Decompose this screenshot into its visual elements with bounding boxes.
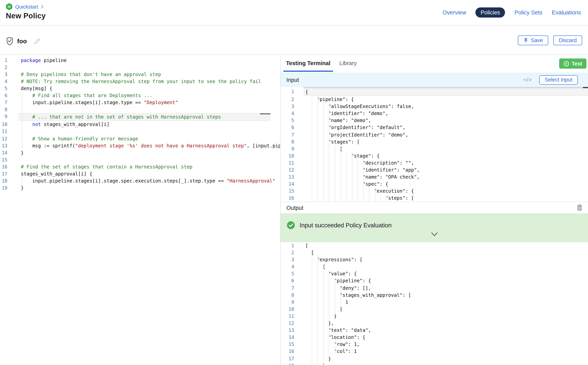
test-button[interactable]: Test bbox=[559, 58, 587, 69]
code-line: 6 # Find all stages that are Deployments… bbox=[0, 92, 280, 99]
evaluation-success-banner: Input succeeded Policy Evaluation bbox=[280, 213, 588, 242]
indent-guide bbox=[323, 334, 324, 341]
nav-tab-evaluations[interactable]: Evaluations bbox=[552, 9, 581, 16]
indent-guide bbox=[329, 195, 329, 202]
indent-guide bbox=[381, 195, 381, 202]
indent-guide bbox=[318, 320, 318, 327]
line-number: 3 bbox=[0, 71, 18, 78]
indent-guide bbox=[318, 167, 318, 174]
code-line: 11 "description": "", bbox=[280, 160, 588, 167]
indent-guide bbox=[323, 313, 324, 320]
save-button[interactable]: Save bbox=[518, 35, 548, 45]
line-number: 6 bbox=[0, 92, 18, 99]
indent-guide bbox=[22, 135, 22, 142]
nav-tab-policies[interactable]: Policies bbox=[476, 7, 505, 18]
overview-ruler-marker bbox=[260, 113, 270, 114]
code-line: 15 "execution": { bbox=[280, 188, 588, 195]
select-input-button[interactable]: Select Input bbox=[539, 75, 578, 84]
line-number: 7 bbox=[280, 284, 304, 292]
code-line: 5 "value": { bbox=[280, 270, 588, 277]
code-line: 15 bbox=[0, 156, 280, 163]
code-line: 7 "projectIdentifier": "demo", bbox=[280, 131, 588, 138]
indent-guide bbox=[323, 292, 324, 299]
indent-guide bbox=[318, 299, 318, 306]
discard-button[interactable]: Discard bbox=[553, 35, 582, 45]
input-json-editor[interactable]: 1{2 "pipeline": {3 "allowStageExecutions… bbox=[280, 88, 588, 202]
indent-guide bbox=[357, 195, 358, 202]
indent-guide bbox=[329, 270, 329, 277]
success-check-icon bbox=[287, 221, 295, 229]
indent-guide bbox=[312, 103, 312, 110]
top-nav: Overview Policies Policy Sets Evaluation… bbox=[443, 7, 581, 18]
line-number: 16 bbox=[280, 348, 304, 355]
indent-guide bbox=[357, 188, 358, 195]
line-number: 4 bbox=[280, 110, 304, 117]
indent-guide bbox=[22, 99, 22, 106]
line-number: 9 bbox=[280, 146, 304, 153]
indent-guide bbox=[312, 348, 312, 355]
indent-guide bbox=[323, 117, 324, 124]
indent-guide bbox=[357, 160, 358, 167]
indent-guide bbox=[352, 167, 352, 174]
indent-guide bbox=[318, 362, 318, 365]
code-line: 16 "col": 1 bbox=[280, 348, 588, 355]
code-line: 9 { bbox=[280, 146, 588, 153]
indent-guide bbox=[312, 292, 312, 299]
code-line: 3# Deny pipelines that don't have an app… bbox=[0, 71, 280, 78]
indent-guide bbox=[318, 292, 318, 299]
code-line: 13 "text": "data", bbox=[280, 327, 588, 334]
line-number: 7 bbox=[0, 99, 18, 106]
indent-guide bbox=[363, 174, 364, 181]
code-line: 2 { bbox=[280, 249, 588, 256]
line-number: 11 bbox=[280, 160, 304, 167]
output-json-editor[interactable]: 1[2 {3 "expressions": [4 {5 "value": {6 … bbox=[280, 242, 588, 365]
line-number: 4 bbox=[0, 78, 18, 85]
input-pane-header: Input </> Select Input bbox=[280, 72, 588, 87]
indent-guide bbox=[323, 320, 324, 327]
tab-library[interactable]: Library bbox=[339, 60, 357, 66]
indent-guide bbox=[329, 341, 329, 348]
line-number: 18 bbox=[0, 177, 18, 184]
indent-guide bbox=[22, 142, 22, 149]
line-number: 5 bbox=[280, 117, 304, 124]
code-line: 17stages_with_approval[i] { bbox=[0, 170, 280, 177]
trash-icon[interactable] bbox=[577, 204, 582, 211]
line-number: 12 bbox=[280, 320, 304, 327]
indent-guide bbox=[346, 195, 347, 202]
indent-guide bbox=[363, 160, 364, 167]
indent-guide bbox=[312, 160, 312, 167]
edit-pencil-icon[interactable] bbox=[34, 38, 41, 45]
code-line: 18 input.pipeline.stages[i].stage.spec.e… bbox=[0, 177, 280, 184]
indent-guide bbox=[329, 188, 329, 195]
indent-guide bbox=[318, 277, 318, 284]
indent-guide bbox=[318, 153, 318, 160]
indent-guide bbox=[369, 188, 369, 195]
indent-guide bbox=[329, 153, 329, 160]
line-number: 8 bbox=[280, 292, 304, 299]
code-line: 3 "expressions": [ bbox=[280, 256, 588, 263]
code-line: 2 "pipeline": { bbox=[280, 96, 588, 103]
indent-guide bbox=[323, 327, 324, 334]
indent-guide bbox=[312, 334, 312, 341]
policy-name: foo bbox=[17, 38, 27, 45]
indent-guide bbox=[312, 131, 312, 138]
nav-tab-overview[interactable]: Overview bbox=[443, 9, 466, 16]
code-line: 10 ] bbox=[280, 306, 588, 313]
indent-guide bbox=[323, 181, 324, 188]
breadcrumb-link-quickstart[interactable]: Quickstart bbox=[15, 4, 38, 10]
tab-testing-terminal[interactable]: Testing Terminal bbox=[286, 60, 330, 66]
code-brackets-icon[interactable]: </> bbox=[524, 77, 532, 83]
indent-guide bbox=[323, 124, 324, 131]
policy-code-editor[interactable]: 1package pipeline23# Deny pipelines that… bbox=[0, 55, 280, 191]
nav-tab-policy-sets[interactable]: Policy Sets bbox=[514, 9, 542, 16]
indent-guide bbox=[340, 284, 341, 292]
line-number: 3 bbox=[280, 103, 304, 110]
indent-guide bbox=[323, 103, 324, 110]
indent-guide bbox=[22, 128, 22, 135]
chevron-down-icon[interactable] bbox=[431, 231, 438, 238]
shield-check-icon bbox=[6, 37, 14, 46]
indent-guide bbox=[312, 138, 312, 145]
indent-guide bbox=[335, 174, 335, 181]
code-line: 7 "deny": [], bbox=[280, 284, 588, 292]
indent-guide bbox=[329, 167, 329, 174]
